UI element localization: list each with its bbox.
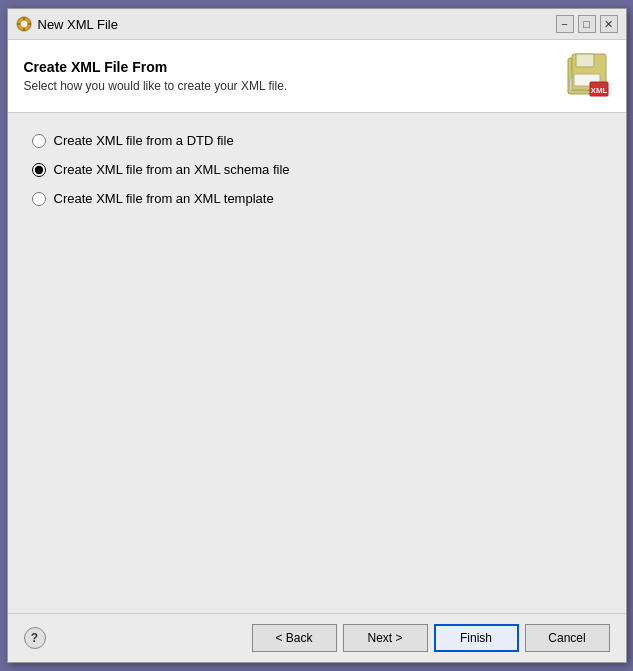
option-dtd[interactable]: Create XML file from a DTD file [32, 133, 602, 148]
radio-schema[interactable] [32, 163, 46, 177]
maximize-button[interactable]: □ [578, 15, 596, 33]
title-bar-controls: − □ ✕ [556, 15, 618, 33]
footer-right: < Back Next > Finish Cancel [252, 624, 610, 652]
close-button[interactable]: ✕ [600, 15, 618, 33]
footer-left: ? [24, 627, 46, 649]
option-schema[interactable]: Create XML file from an XML schema file [32, 162, 602, 177]
svg-rect-5 [28, 23, 31, 25]
title-bar: New XML File − □ ✕ [8, 9, 626, 40]
radio-dtd-label: Create XML file from a DTD file [54, 133, 234, 148]
dialog-icon [16, 16, 32, 32]
svg-rect-10 [576, 54, 594, 67]
back-button[interactable]: < Back [252, 624, 337, 652]
content-area: Create XML file from a DTD file Create X… [8, 113, 626, 613]
radio-dtd[interactable] [32, 134, 46, 148]
header-section: Create XML File From Select how you woul… [8, 40, 626, 113]
title-bar-left: New XML File [16, 16, 118, 32]
next-button[interactable]: Next > [343, 624, 428, 652]
svg-rect-3 [23, 28, 25, 31]
radio-schema-label: Create XML file from an XML schema file [54, 162, 290, 177]
xml-file-icon: XML [562, 52, 610, 100]
cancel-button[interactable]: Cancel [525, 624, 610, 652]
svg-rect-2 [23, 17, 25, 20]
header-text-area: Create XML File From Select how you woul… [24, 59, 562, 93]
header-title: Create XML File From [24, 59, 562, 75]
help-button[interactable]: ? [24, 627, 46, 649]
footer: ? < Back Next > Finish Cancel [8, 613, 626, 662]
option-template[interactable]: Create XML file from an XML template [32, 191, 602, 206]
header-subtitle: Select how you would like to create your… [24, 79, 562, 93]
radio-template-label: Create XML file from an XML template [54, 191, 274, 206]
finish-button[interactable]: Finish [434, 624, 519, 652]
minimize-button[interactable]: − [556, 15, 574, 33]
new-xml-file-dialog: New XML File − □ ✕ Create XML File From … [7, 8, 627, 663]
svg-rect-4 [17, 23, 20, 25]
dialog-title: New XML File [38, 17, 118, 32]
svg-text:XML: XML [590, 86, 607, 95]
svg-point-1 [21, 21, 27, 27]
radio-template[interactable] [32, 192, 46, 206]
xml-icon-svg: XML [562, 52, 610, 100]
